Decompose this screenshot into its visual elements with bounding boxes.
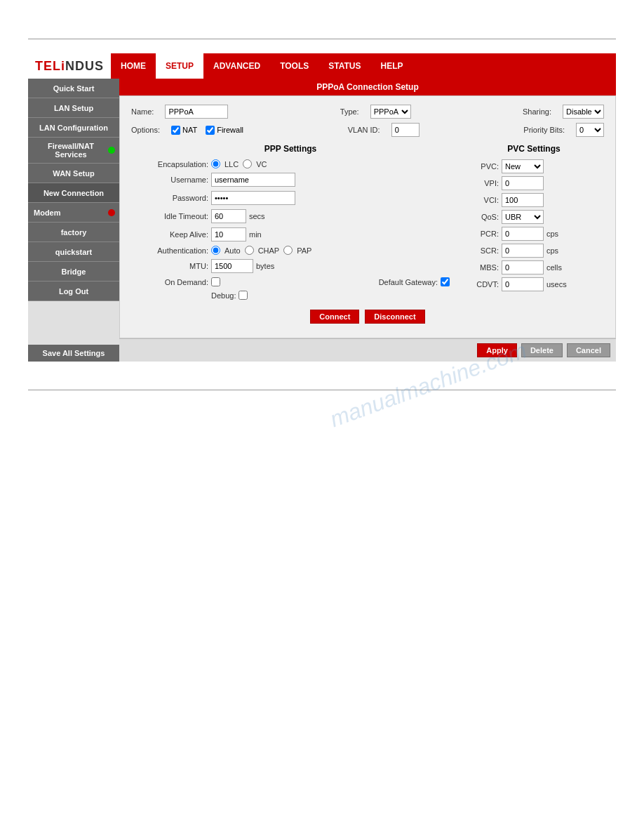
password-input[interactable] bbox=[211, 191, 295, 205]
cancel-button[interactable]: Cancel bbox=[567, 343, 610, 357]
options-label: Options: bbox=[131, 126, 160, 134]
priority-bits-label: Priority Bits: bbox=[523, 126, 565, 134]
password-label: Password: bbox=[131, 194, 208, 202]
idle-timeout-input[interactable] bbox=[211, 209, 246, 223]
sidebar-item-lan-configuration[interactable]: LAN Configuration bbox=[28, 118, 119, 138]
firewall-label: Firewall bbox=[217, 126, 243, 134]
ppp-title: PPP Settings bbox=[131, 144, 450, 154]
sidebar-item-firewall-nat[interactable]: Firewall/NAT Services bbox=[28, 138, 119, 164]
idle-timeout-row: Idle Timeout: secs bbox=[131, 209, 450, 223]
cdvt-input[interactable] bbox=[502, 277, 544, 291]
nav-advanced[interactable]: ADVANCED bbox=[203, 53, 270, 79]
vci-label: VCI: bbox=[464, 196, 499, 204]
sidebar-item-quick-start[interactable]: Quick Start bbox=[28, 79, 119, 98]
llc-label: LLC bbox=[224, 160, 239, 168]
vci-input[interactable] bbox=[502, 193, 544, 207]
disconnect-button[interactable]: Disconnect bbox=[365, 310, 424, 324]
pvc-title: PVC Settings bbox=[464, 144, 604, 154]
options-row: Options: NAT Firewall VLAN ID: Priority … bbox=[131, 123, 604, 137]
auth-auto-radio[interactable] bbox=[211, 246, 220, 255]
nav-setup[interactable]: SETUP bbox=[156, 53, 203, 79]
encapsulation-radios: LLC VC bbox=[211, 159, 267, 168]
mtu-unit: bytes bbox=[256, 262, 274, 270]
sidebar-item-lan-setup[interactable]: LAN Setup bbox=[28, 98, 119, 118]
save-all-settings-button[interactable]: Save All Settings bbox=[28, 345, 119, 362]
nav-help[interactable]: HELP bbox=[371, 53, 413, 79]
sidebar-item-wan-setup[interactable]: WAN Setup bbox=[28, 164, 119, 183]
pvc-settings: PVC Settings PVC: New VPI: VC bbox=[464, 144, 604, 304]
name-input[interactable] bbox=[165, 105, 228, 119]
username-row: Username: bbox=[131, 173, 450, 187]
nat-checkbox-label[interactable]: NAT bbox=[171, 126, 197, 135]
scr-input[interactable] bbox=[502, 244, 544, 258]
type-select[interactable]: PPPoA PPPoE IPoA Bridge bbox=[370, 105, 411, 119]
auth-chap-label: CHAP bbox=[258, 246, 280, 255]
vpi-input[interactable] bbox=[502, 176, 544, 190]
ppp-pvc-container: PPP Settings Encapsulation: LLC VC bbox=[131, 144, 604, 304]
default-gateway-checkbox[interactable] bbox=[441, 277, 450, 286]
vpi-row: VPI: bbox=[464, 176, 604, 190]
keep-alive-row: Keep Alive: min bbox=[131, 227, 450, 241]
navbar: TELiNDUS HOME SETUP ADVANCED TOOLS STATU… bbox=[28, 53, 616, 79]
pcr-input[interactable] bbox=[502, 227, 544, 241]
nav-status[interactable]: STATUS bbox=[318, 53, 370, 79]
sidebar-item-bridge[interactable]: Bridge bbox=[28, 262, 119, 282]
mbs-row: MBS: cells bbox=[464, 260, 604, 274]
idle-timeout-unit: secs bbox=[249, 212, 265, 220]
sidebar-item-modem[interactable]: Modem bbox=[28, 203, 119, 223]
debug-row: Debug: bbox=[131, 291, 450, 300]
connect-row: Connect Disconnect bbox=[131, 310, 604, 324]
cdvt-unit: usecs bbox=[546, 280, 567, 289]
auth-pap-radio[interactable] bbox=[283, 246, 293, 255]
encapsulation-row: Encapsulation: LLC VC bbox=[131, 159, 450, 168]
sidebar-item-log-out[interactable]: Log Out bbox=[28, 282, 119, 301]
keep-alive-input[interactable] bbox=[211, 227, 246, 241]
mtu-label: MTU: bbox=[131, 262, 208, 270]
mbs-unit: cells bbox=[546, 263, 562, 272]
page-wrapper: manualmachine.com TELiNDUS HOME SETUP AD… bbox=[0, 39, 644, 376]
nav-items: HOME SETUP ADVANCED TOOLS STATUS HELP bbox=[111, 53, 413, 79]
auth-chap-radio[interactable] bbox=[245, 246, 254, 255]
qos-select[interactable]: UBR CBR VBR bbox=[502, 210, 544, 224]
priority-bits-select[interactable]: 0 bbox=[576, 123, 604, 137]
cdvt-row: CDVT: usecs bbox=[464, 277, 604, 291]
pcr-unit: cps bbox=[546, 230, 558, 238]
apply-button[interactable]: Apply bbox=[477, 343, 517, 357]
qos-row: QoS: UBR CBR VBR bbox=[464, 210, 604, 224]
on-demand-label: On Demand: bbox=[131, 278, 208, 286]
vc-label: VC bbox=[256, 160, 267, 168]
scr-unit: cps bbox=[546, 246, 558, 255]
firewall-checkbox[interactable] bbox=[206, 126, 215, 135]
firewall-nat-indicator bbox=[108, 147, 115, 154]
sidebar-item-factory[interactable]: factory bbox=[28, 223, 119, 242]
encap-llc-radio[interactable] bbox=[211, 159, 220, 168]
vpi-label: VPI: bbox=[464, 179, 499, 187]
debug-checkbox[interactable] bbox=[239, 291, 248, 300]
mbs-input[interactable] bbox=[502, 260, 544, 274]
content-area: PPPoA Connection Setup Name: Type: PPPoA… bbox=[119, 79, 616, 362]
sidebar-item-quickstart[interactable]: quickstart bbox=[28, 242, 119, 262]
on-demand-checkbox[interactable] bbox=[211, 277, 220, 286]
vci-row: VCI: bbox=[464, 193, 604, 207]
qos-label: QoS: bbox=[464, 213, 499, 221]
pvc-select[interactable]: New bbox=[502, 159, 544, 173]
auth-row: Authentication: Auto CHAP PAP bbox=[131, 246, 450, 255]
keep-alive-unit: min bbox=[249, 230, 262, 239]
connect-button[interactable]: Connect bbox=[310, 310, 359, 324]
form-area: Name: Type: PPPoA PPPoE IPoA Bridge Shar… bbox=[119, 95, 616, 338]
modem-indicator bbox=[108, 209, 115, 216]
mbs-label: MBS: bbox=[464, 263, 499, 272]
content-title: PPPoA Connection Setup bbox=[119, 79, 616, 95]
username-input[interactable] bbox=[211, 173, 295, 187]
sidebar-item-new-connection[interactable]: New Connection bbox=[28, 183, 119, 203]
vlan-id-input[interactable] bbox=[391, 123, 420, 137]
nav-tools[interactable]: TOOLS bbox=[270, 53, 318, 79]
nav-home[interactable]: HOME bbox=[111, 53, 156, 79]
sharing-label: Sharing: bbox=[523, 107, 551, 116]
firewall-checkbox-label[interactable]: Firewall bbox=[206, 126, 243, 135]
sharing-select[interactable]: Disable Enable bbox=[563, 105, 604, 119]
encap-vc-radio[interactable] bbox=[243, 159, 252, 168]
nat-checkbox[interactable] bbox=[171, 126, 180, 135]
delete-button[interactable]: Delete bbox=[521, 343, 563, 357]
mtu-input[interactable] bbox=[211, 259, 253, 273]
